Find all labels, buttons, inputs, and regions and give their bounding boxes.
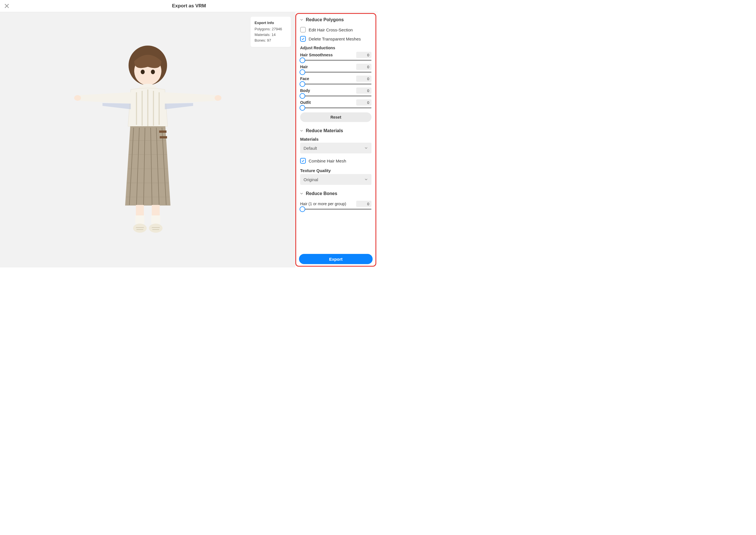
slider-thumb[interactable] bbox=[300, 81, 305, 87]
texture-quality-dropdown[interactable]: Original bbox=[300, 174, 371, 185]
slider-track[interactable] bbox=[300, 70, 371, 74]
main: Export Info Polygons: 27946 Materials: 1… bbox=[0, 12, 378, 268]
slider-track[interactable] bbox=[300, 207, 371, 211]
reset-button[interactable]: Reset bbox=[300, 112, 371, 122]
slider-value[interactable]: 0 bbox=[356, 201, 371, 207]
sidebar: Reduce Polygons Edit Hair Cross-Section … bbox=[295, 13, 376, 267]
export-info-materials: Materials: 14 bbox=[254, 32, 287, 38]
slider-thumb[interactable] bbox=[300, 206, 305, 212]
svg-rect-24 bbox=[151, 215, 160, 224]
slider-label: Hair bbox=[300, 65, 308, 69]
materials-field-label: Materials bbox=[300, 137, 371, 142]
header: Export as VRM bbox=[0, 0, 378, 12]
avatar-preview bbox=[63, 33, 233, 237]
svg-point-2 bbox=[141, 70, 145, 74]
checkbox-edit-hair-cross-section[interactable]: Edit Hair Cross-Section bbox=[300, 25, 371, 34]
section-reduce-bones-body: Hair (1 or more per group) 0 bbox=[296, 197, 375, 214]
svg-point-6 bbox=[74, 95, 81, 101]
export-button[interactable]: Export bbox=[299, 254, 373, 264]
slider-thumb[interactable] bbox=[300, 105, 305, 111]
checkbox-label: Edit Hair Cross-Section bbox=[309, 27, 353, 32]
checkbox-icon[interactable] bbox=[300, 158, 306, 164]
slider-thumb[interactable] bbox=[300, 57, 305, 63]
export-info-panel: Export Info Polygons: 27946 Materials: 1… bbox=[250, 17, 291, 47]
chevron-down-icon bbox=[364, 178, 368, 182]
page-title: Export as VRM bbox=[172, 3, 206, 9]
section-title: Reduce Materials bbox=[306, 128, 343, 133]
slider-thumb[interactable] bbox=[300, 70, 305, 75]
section-reduce-materials-body: Materials Default Combine Hair Mesh Text… bbox=[296, 134, 375, 188]
export-info-polygons: Polygons: 27946 bbox=[254, 26, 287, 32]
svg-point-7 bbox=[215, 95, 221, 101]
checkbox-label: Combine Hair Mesh bbox=[309, 158, 346, 163]
slider-track[interactable] bbox=[300, 82, 371, 86]
slider-value[interactable]: 0 bbox=[356, 88, 371, 94]
slider-label: Body bbox=[300, 88, 310, 93]
section-reduce-polygons-body: Edit Hair Cross-Section Delete Transpare… bbox=[296, 23, 375, 125]
svg-rect-20 bbox=[160, 136, 167, 138]
materials-dropdown[interactable]: Default bbox=[300, 143, 371, 154]
slider-track[interactable] bbox=[300, 106, 371, 110]
slider-value[interactable]: 0 bbox=[356, 75, 371, 82]
texture-quality-field-label: Texture Quality bbox=[300, 168, 371, 173]
slider-body: Body 0 bbox=[300, 88, 371, 98]
svg-rect-23 bbox=[135, 215, 144, 224]
export-info-title: Export Info bbox=[254, 20, 287, 26]
slider-value[interactable]: 0 bbox=[356, 64, 371, 70]
slider-track[interactable] bbox=[300, 58, 371, 62]
export-info-bones: Bones: 97 bbox=[254, 38, 287, 43]
section-title: Reduce Polygons bbox=[306, 17, 344, 22]
slider-hair-smoothness: Hair Smoothness 0 bbox=[300, 52, 371, 62]
chevron-down-icon bbox=[300, 18, 304, 22]
slider-value[interactable]: 0 bbox=[356, 99, 371, 106]
section-reduce-bones-header[interactable]: Reduce Bones bbox=[296, 188, 375, 197]
section-title: Reduce Bones bbox=[306, 191, 337, 196]
viewport-3d[interactable]: Export Info Polygons: 27946 Materials: 1… bbox=[0, 12, 295, 268]
close-button[interactable] bbox=[4, 3, 10, 9]
svg-point-25 bbox=[133, 224, 147, 233]
chevron-down-icon bbox=[300, 129, 304, 133]
adjust-reductions-heading: Adjust Reductions bbox=[300, 45, 371, 50]
slider-value[interactable]: 0 bbox=[356, 52, 371, 58]
slider-label: Hair Smoothness bbox=[300, 53, 333, 57]
section-reduce-polygons-header[interactable]: Reduce Polygons bbox=[296, 14, 375, 23]
dropdown-value: Original bbox=[304, 177, 318, 182]
checkbox-icon[interactable] bbox=[300, 36, 306, 42]
slider-thumb[interactable] bbox=[300, 93, 305, 99]
slider-label: Face bbox=[300, 76, 309, 81]
slider-face: Face 0 bbox=[300, 75, 371, 86]
slider-hair: Hair 0 bbox=[300, 64, 371, 74]
chevron-down-icon bbox=[300, 192, 304, 196]
slider-bones-hair: Hair (1 or more per group) 0 bbox=[300, 201, 371, 211]
slider-track[interactable] bbox=[300, 94, 371, 98]
svg-rect-19 bbox=[159, 130, 166, 133]
dropdown-value: Default bbox=[304, 146, 317, 151]
checkbox-icon[interactable] bbox=[300, 27, 306, 33]
checkbox-label: Delete Transparent Meshes bbox=[309, 37, 361, 41]
chevron-down-icon bbox=[364, 146, 368, 150]
slider-outfit: Outfit 0 bbox=[300, 99, 371, 110]
checkbox-combine-hair-mesh[interactable]: Combine Hair Mesh bbox=[300, 156, 371, 165]
svg-point-26 bbox=[149, 224, 162, 233]
slider-label: Outfit bbox=[300, 100, 311, 105]
checkbox-delete-transparent-meshes[interactable]: Delete Transparent Meshes bbox=[300, 34, 371, 43]
svg-point-3 bbox=[151, 70, 155, 74]
section-reduce-materials-header[interactable]: Reduce Materials bbox=[296, 125, 375, 134]
slider-label: Hair (1 or more per group) bbox=[300, 202, 346, 206]
